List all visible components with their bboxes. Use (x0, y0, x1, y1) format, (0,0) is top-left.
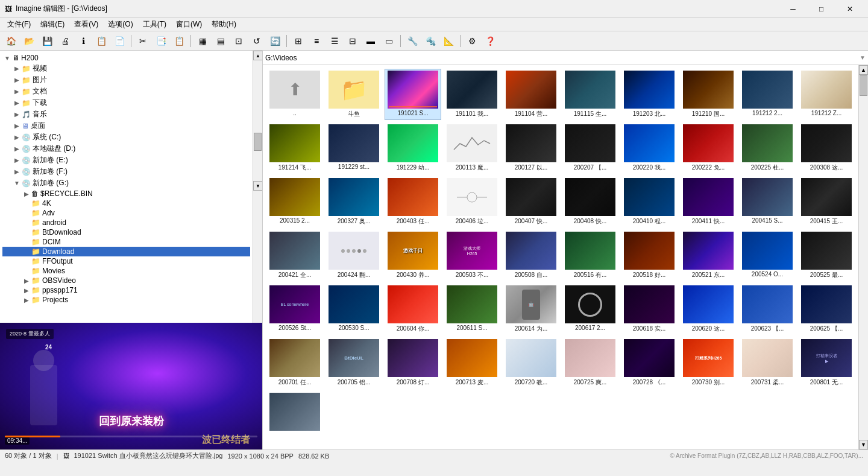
minimize-button[interactable]: ─ (779, 0, 807, 18)
tb-something2[interactable]: ▭ (380, 34, 397, 48)
tree-item-drive-c[interactable]: ▶ 💿 系统 (C:) (2, 132, 250, 143)
tb-paste[interactable]: 📋 (171, 34, 187, 48)
tree-item-4k[interactable]: 📁 4K (2, 198, 250, 208)
tree-item-music[interactable]: ▶ 🎵 音乐 (2, 109, 250, 120)
tb-help[interactable]: ❓ (482, 34, 498, 48)
tb-cut[interactable]: ✂ (134, 34, 151, 48)
address-dropdown[interactable]: ▼ (860, 54, 866, 61)
scrollbar-up-button[interactable]: ▲ (859, 65, 868, 75)
scrollbar-thumb[interactable] (860, 75, 867, 96)
tree-item-projects[interactable]: ▶ 📁 Projects (2, 295, 250, 305)
thumb-191229b[interactable]: 191229 幼... (385, 122, 441, 174)
menu-window[interactable]: 窗口(W) (171, 18, 207, 31)
thumb-200728[interactable]: 200728 《... (621, 337, 678, 389)
thumb-200415b[interactable]: 200415 王... (798, 176, 855, 227)
thumb-200701[interactable]: 200701 任... (266, 337, 323, 389)
scrollbar-down-button[interactable]: ▼ (859, 440, 868, 449)
thumb-douyu[interactable]: 📁 斗鱼 (326, 69, 382, 120)
tb-refresh[interactable]: 🔄 (266, 34, 283, 48)
tree-item-docs[interactable]: ▶ 📁 文档 (2, 86, 250, 97)
thumb-200327[interactable]: 200327 奥... (326, 176, 382, 227)
thumb-200530[interactable]: 200530 S... (326, 284, 382, 335)
tb-copy2[interactable]: 📋 (93, 34, 110, 48)
thumb-200207[interactable]: 200207 【... (562, 122, 618, 174)
thumb-200424[interactable]: 200424 翻... (326, 230, 382, 281)
address-input[interactable] (265, 54, 860, 62)
thumb-200526[interactable]: BL somewhere 200526 St... (266, 284, 323, 335)
tb-grid[interactable]: ⊞ (290, 34, 307, 48)
thumb-200308[interactable]: 200308 这... (798, 122, 855, 174)
thumb-200521[interactable]: 200521 东... (680, 230, 737, 281)
thumb-191212a[interactable]: 191212 2... (739, 69, 796, 120)
thumb-200725[interactable]: 200725 爽... (562, 337, 618, 389)
tree-item-adv[interactable]: 📁 Adv (2, 208, 250, 218)
tree-item-btdownload[interactable]: 📁 BtDownload (2, 227, 250, 237)
thumb-200623[interactable]: 200623 【... (739, 284, 796, 335)
thumb-200315[interactable]: 200315 2... (266, 176, 323, 227)
thumb-200411[interactable]: 200411 快... (680, 176, 737, 227)
thumb-200625[interactable]: 200625 【... (798, 284, 855, 335)
tree-item-obsvideo[interactable]: ▶ 📁 OBSVideo (2, 276, 250, 285)
close-button[interactable]: ✕ (836, 0, 863, 18)
tree-item-ppsspp[interactable]: ▶ 📁 ppsspp171 (2, 285, 250, 295)
address-bar[interactable]: ▼ (263, 51, 868, 65)
tb-something3[interactable]: 🔩 (422, 34, 439, 48)
thumb-191229a[interactable]: 191229 st... (326, 122, 382, 174)
thumb-200222[interactable]: 200222 免... (680, 122, 737, 174)
file-tree[interactable]: ▼ 🖥 H200 ▶ 📁 视频 ▶ 📁 图片 ▶ 📁 (0, 51, 262, 323)
tb-home[interactable]: 🏠 (2, 34, 19, 48)
tb-something4[interactable]: 📐 (440, 34, 457, 48)
tree-item-videos[interactable]: ▶ 📁 视频 (2, 63, 250, 74)
thumb-200406[interactable]: 200406 垃... (444, 176, 500, 227)
thumb-partial[interactable] (266, 391, 323, 434)
thumb-200220[interactable]: 200220 我... (621, 122, 678, 174)
thumb-200407[interactable]: 200407 快... (503, 176, 559, 227)
thumb-200731[interactable]: 200731 柔... (739, 337, 796, 389)
tree-item-downloads[interactable]: ▶ 📁 下载 (2, 97, 250, 109)
thumb-200503[interactable]: 游戏大师H265 200503 不... (444, 230, 500, 281)
thumb-200730[interactable]: 打精系列H265 200730 别... (680, 337, 737, 389)
thumb-200713[interactable]: 200713 麦... (444, 337, 500, 389)
thumb-200421[interactable]: 200421 全... (266, 230, 323, 281)
tb-filmstrip[interactable]: ▬ (362, 34, 379, 48)
thumb-191021[interactable]: 191021 S... (385, 69, 441, 120)
thumb-200430[interactable]: 游戏千日 200430 养... (385, 230, 441, 281)
thumb-200720[interactable]: 200720 教... (503, 337, 559, 389)
tb-view1[interactable]: ▦ (194, 34, 211, 48)
thumb-200524[interactable]: 200524 O... (739, 230, 796, 281)
tree-item-drive-g[interactable]: ▼ 💿 新加卷 (G:) (2, 177, 250, 189)
tree-item-drive-d[interactable]: ▶ 💿 本地磁盘 (D:) (2, 143, 250, 154)
menu-edit[interactable]: 编辑(E) (36, 18, 69, 31)
tree-item-download[interactable]: 📁 Download (2, 247, 250, 256)
tb-list[interactable]: ≡ (308, 34, 325, 48)
thumb-200708[interactable]: 200708 灯... (385, 337, 441, 389)
tree-item-drive-e[interactable]: ▶ 💿 新加卷 (E:) (2, 154, 250, 166)
thumb-200611[interactable]: 200611 S... (444, 284, 500, 335)
thumb-191212b[interactable]: 191212 Z... (798, 69, 855, 120)
thumb-191203[interactable]: 191203 北... (621, 69, 678, 120)
thumb-200604[interactable]: 200604 你... (385, 284, 441, 335)
tb-zoom-fit[interactable]: ⊡ (230, 34, 247, 48)
thumb-200620[interactable]: 200620 这... (680, 284, 737, 335)
tree-item-android[interactable]: 📁 android (2, 218, 250, 227)
thumb-191104[interactable]: 191104 营... (503, 69, 559, 120)
menu-help[interactable]: 帮助(H) (207, 18, 241, 31)
thumb-200516[interactable]: 200516 有... (562, 230, 618, 281)
thumb-200508[interactable]: 200508 自... (503, 230, 559, 281)
menu-view[interactable]: 查看(V) (69, 18, 103, 31)
thumb-200225[interactable]: 200225 杜... (739, 122, 796, 174)
thumb-200518[interactable]: 200518 好... (621, 230, 678, 281)
tree-item-ffoutput[interactable]: 📁 FFOutput (2, 256, 250, 266)
tree-item-pictures[interactable]: ▶ 📁 图片 (2, 74, 250, 86)
tree-item-dcim[interactable]: 📁 DCIM (2, 237, 250, 247)
thumb-200705[interactable]: BtDIeUL 200705 铝... (326, 337, 382, 389)
tb-copy[interactable]: 📑 (153, 34, 169, 48)
thumb-200617[interactable]: 200617 2... (562, 284, 618, 335)
tb-view2[interactable]: ▤ (212, 34, 229, 48)
tree-item-movies[interactable]: 📁 Movies (2, 266, 250, 276)
tb-save[interactable]: 💾 (39, 34, 55, 48)
thumb-191210[interactable]: 191210 国... (680, 69, 737, 120)
tb-rotate-l[interactable]: ↺ (248, 34, 265, 48)
thumb-200113[interactable]: 200113 魔... (444, 122, 500, 174)
tree-item-h200[interactable]: ▼ 🖥 H200 (2, 53, 250, 63)
